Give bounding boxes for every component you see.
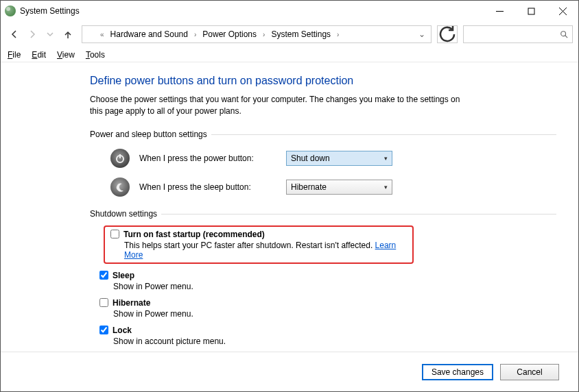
sleep-desc: Show in Power menu. [113, 282, 556, 291]
menu-file[interactable]: File [8, 50, 21, 60]
lock-desc: Show in account picture menu. [113, 336, 556, 346]
content: Define power buttons and turn on passwor… [1, 62, 578, 352]
lock-label: Lock [113, 326, 132, 335]
search-input[interactable] [463, 25, 573, 43]
chevron-right-icon: › [261, 31, 266, 38]
hibernate-desc: Show in Power menu. [113, 309, 556, 319]
lock-checkbox[interactable] [99, 326, 108, 334]
search-icon [560, 30, 568, 38]
fast-startup-desc: This helps start your PC faster after sh… [124, 241, 407, 260]
svg-line-6 [565, 36, 567, 38]
footer: Save changes Cancel [1, 352, 578, 391]
hibernate-item: Hibernate Show in Power menu. [99, 298, 556, 319]
page-title: Define power buttons and turn on passwor… [90, 75, 556, 87]
chevron-down-icon: ▾ [384, 155, 388, 162]
breadcrumb-hardware[interactable]: Hardware and Sound [108, 28, 190, 40]
breadcrumb-system-settings[interactable]: System Settings [269, 28, 333, 40]
sleep-button-dropdown[interactable]: Hibernate ▾ [286, 180, 392, 195]
chevron-right-icon: › [335, 31, 340, 38]
menubar: File Edit View Tools [1, 47, 578, 62]
svg-rect-1 [528, 8, 534, 14]
hibernate-checkbox[interactable] [99, 298, 108, 307]
chevron-down-icon: ▾ [384, 184, 388, 191]
power-button-label: When I press the power button: [139, 154, 276, 163]
group-shutdown: Shutdown settings [90, 209, 556, 219]
app-icon [5, 5, 16, 16]
back-button[interactable] [6, 26, 23, 42]
sleep-checkbox[interactable] [99, 271, 108, 280]
fast-startup-label: Turn on fast startup (recommended) [123, 230, 265, 239]
chevron-left-icon: « [99, 31, 106, 38]
sleep-button-label: When I press the sleep button: [139, 182, 276, 192]
window-buttons [484, 1, 578, 21]
group-power-sleep: Power and sleep button settings [90, 130, 556, 139]
breadcrumb-power-options[interactable]: Power Options [200, 28, 259, 40]
address-bar[interactable]: « Hardware and Sound › Power Options › S… [82, 25, 432, 43]
sleep-item: Sleep Show in Power menu. [99, 271, 556, 291]
fast-startup-item: Turn on fast startup (recommended) This … [104, 225, 414, 264]
titlebar: System Settings [1, 1, 578, 21]
page-description: Choose the power settings that you want … [90, 94, 474, 117]
close-button[interactable] [547, 1, 578, 21]
recent-dropdown[interactable] [42, 26, 58, 42]
minimize-button[interactable] [484, 1, 515, 21]
menu-edit[interactable]: Edit [32, 50, 46, 60]
sleep-button-value: Hibernate [291, 182, 327, 192]
sleep-button-row: When I press the sleep button: Hibernate… [110, 177, 556, 197]
menu-tools[interactable]: Tools [86, 50, 105, 60]
menu-view[interactable]: View [57, 50, 75, 60]
refresh-button[interactable] [437, 25, 458, 43]
save-button[interactable]: Save changes [422, 364, 493, 380]
window: System Settings « Hardware and Sound › P… [0, 0, 579, 392]
fast-startup-checkbox[interactable] [110, 230, 119, 238]
svg-point-5 [561, 32, 566, 36]
sleep-label: Sleep [113, 271, 134, 280]
power-button-dropdown[interactable]: Shut down ▾ [286, 151, 392, 166]
sleep-icon [110, 177, 130, 197]
power-icon [110, 149, 130, 168]
forward-button[interactable] [24, 26, 40, 42]
chevron-right-icon: › [193, 31, 198, 38]
lock-item: Lock Show in account picture menu. [99, 326, 556, 346]
power-button-row: When I press the power button: Shut down… [110, 149, 556, 168]
cancel-button[interactable]: Cancel [500, 364, 559, 380]
location-icon [85, 29, 96, 40]
up-button[interactable] [60, 26, 76, 42]
power-button-value: Shut down [291, 154, 330, 163]
address-dropdown[interactable]: ⌄ [418, 29, 425, 39]
hibernate-label: Hibernate [113, 298, 150, 308]
window-title: System Settings [20, 6, 484, 16]
navbar: « Hardware and Sound › Power Options › S… [1, 21, 578, 47]
maximize-button[interactable] [515, 1, 547, 21]
